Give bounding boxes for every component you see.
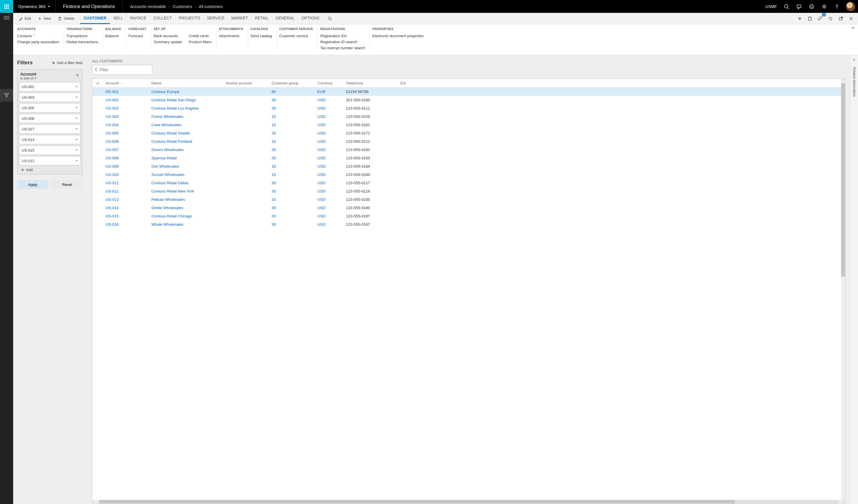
customer-account-link[interactable]: US-011	[106, 181, 119, 185]
customer-account-link[interactable]: US-003	[106, 114, 119, 119]
table-row[interactable]: US-014Grebe Wholesales30USD123-555-0180	[93, 204, 845, 212]
customer-name-link[interactable]: Contoso Retail San Diego	[152, 98, 196, 102]
customer-name-link[interactable]: Forest Wholesales	[152, 114, 184, 119]
customer-name-link[interactable]: Cave Wholesales	[152, 123, 181, 127]
ribbon-link[interactable]: Registration IDs	[320, 33, 365, 39]
customer-group-link[interactable]: 90	[272, 90, 276, 94]
delete-button[interactable]: Delete	[55, 15, 77, 22]
ribbon-link[interactable]: Tax exempt number search	[320, 45, 365, 51]
customer-name-link[interactable]: Pelican Wholesales	[152, 197, 185, 202]
filter-value-input[interactable]: US-027	[19, 125, 80, 134]
edit-button[interactable]: Edit	[16, 15, 34, 22]
ribbon-link[interactable]: Forecast	[128, 33, 143, 39]
table-row[interactable]: US-002Contoso Retail Los Angeles30USD123…	[93, 104, 845, 112]
quick-filter[interactable]	[92, 65, 152, 75]
customer-name-link[interactable]: Sunset Wholesales	[152, 173, 185, 177]
add-filter-value-button[interactable]: Add	[19, 165, 80, 173]
currency-link[interactable]: USD	[317, 98, 326, 102]
table-row[interactable]: US-015Contoso Retail Chicago30USD123-555…	[93, 212, 845, 220]
currency-link[interactable]: USD	[317, 181, 326, 185]
office-addin-button[interactable]	[805, 14, 815, 24]
app-name-dropdown[interactable]: Dynamics 365	[13, 0, 55, 13]
customer-group-link[interactable]: 10	[272, 114, 276, 119]
ribbon-link[interactable]: Send catalog	[250, 33, 272, 39]
vertical-scrollbar[interactable]: ˄	[841, 79, 845, 500]
global-search-button[interactable]	[780, 0, 793, 13]
customer-group-link[interactable]: 10	[272, 164, 276, 168]
action-tab-general[interactable]: GENERAL	[272, 13, 298, 24]
customer-name-link[interactable]: Sparrow Retail	[152, 156, 177, 160]
customer-account-link[interactable]: US-016	[106, 222, 119, 227]
ribbon-link[interactable]: Transactions	[66, 33, 98, 39]
filter-value-input[interactable]: US-013	[19, 135, 80, 144]
currency-link[interactable]: USD	[317, 156, 326, 160]
table-row[interactable]: DE-001Contoso Europe90EUR01234 56789	[93, 87, 845, 96]
customer-group-link[interactable]: 10	[272, 173, 276, 177]
filter-value-input[interactable]: US-003	[19, 93, 80, 102]
table-row[interactable]: US-007Desert Wholesales30USD123-555-0162	[93, 146, 845, 154]
customer-group-link[interactable]: 30	[272, 98, 276, 102]
column-header-telephone[interactable]: Telephone	[343, 81, 398, 85]
customer-name-link[interactable]: Contoso Retail Chicago	[152, 214, 192, 218]
ribbon-link[interactable]: Bank accounts	[154, 33, 182, 39]
table-row[interactable]: US-005Contoso Retail Seattle30USD123-555…	[93, 129, 845, 137]
column-header-currency[interactable]: Currency	[315, 81, 343, 85]
customer-account-link[interactable]: US-014	[106, 206, 119, 210]
customer-name-link[interactable]: Contoso Europe	[152, 90, 179, 94]
customer-group-link[interactable]: 30	[272, 156, 276, 160]
expand-related-info-button[interactable]	[853, 58, 856, 62]
table-row[interactable]: US-004Cave Wholesales10USD123-555-0161	[93, 121, 845, 129]
customer-name-link[interactable]: Grebe Wholesales	[152, 206, 183, 210]
customer-account-link[interactable]: US-006	[106, 139, 119, 144]
customer-name-link[interactable]: Contoso Retail Los Angeles	[152, 106, 199, 110]
table-row[interactable]: US-012Contoso Retail New York30USD123-55…	[93, 187, 845, 195]
customer-group-link[interactable]: 30	[272, 222, 276, 227]
popout-button[interactable]	[836, 14, 846, 24]
personalize-button[interactable]	[794, 14, 805, 24]
attachments-button[interactable]: 0	[815, 14, 825, 24]
customer-name-link[interactable]: Contoso Retail Portland	[152, 139, 192, 144]
currency-link[interactable]: USD	[317, 148, 326, 152]
ribbon-link[interactable]: Electronic document properties	[372, 33, 424, 39]
customer-account-link[interactable]: US-007	[106, 148, 119, 152]
table-row[interactable]: US-013Pelican Wholesales10USD123-555-016…	[93, 195, 845, 204]
filter-pane-toggle[interactable]	[0, 89, 13, 101]
currency-link[interactable]: USD	[317, 197, 326, 202]
action-tab-invoice[interactable]: INVOICE	[127, 13, 150, 24]
remove-filter-button[interactable]: ✕	[76, 72, 79, 78]
customer-group-link[interactable]: 30	[272, 206, 276, 210]
customer-group-link[interactable]: 10	[272, 139, 276, 144]
currency-link[interactable]: USD	[317, 214, 326, 218]
currency-link[interactable]: USD	[317, 123, 326, 127]
ribbon-collapse-button[interactable]	[851, 26, 855, 31]
quick-filter-input[interactable]	[100, 67, 150, 72]
grid-body[interactable]: DE-001Contoso Europe90EUR01234 56789US-0…	[93, 87, 845, 500]
scrollbar-thumb[interactable]	[841, 83, 845, 277]
table-row[interactable]: US-009Owl Wholesales10USD123-555-0164	[93, 162, 845, 170]
currency-link[interactable]: USD	[317, 114, 326, 119]
action-tab-sell[interactable]: SELL	[110, 13, 127, 24]
currency-link[interactable]: USD	[317, 222, 326, 227]
customer-account-link[interactable]: US-002	[106, 106, 119, 110]
customer-name-link[interactable]: Desert Wholesales	[152, 148, 184, 152]
table-row[interactable]: US-010Sunset Wholesales10USD123-555-0160	[93, 170, 845, 179]
ribbon-link[interactable]: Attachments	[219, 33, 239, 39]
table-row[interactable]: US-011Contoso Retail Dallas30USD123-555-…	[93, 179, 845, 187]
currency-link[interactable]: USD	[317, 131, 326, 135]
help-button[interactable]	[830, 0, 843, 13]
app-launcher-button[interactable]	[0, 0, 13, 13]
customer-account-link[interactable]: US-005	[106, 131, 119, 135]
add-filter-field-button[interactable]: Add a filter field	[52, 61, 82, 65]
breadcrumb-item[interactable]: Accounts receivable	[130, 4, 166, 9]
select-all-checkbox[interactable]	[93, 81, 103, 85]
reset-filters-button[interactable]: Reset	[51, 180, 82, 189]
legal-entity-selector[interactable]: USMF	[762, 4, 780, 9]
user-avatar[interactable]	[846, 2, 855, 11]
table-row[interactable]: US-006Contoso Retail Portland10USD123-55…	[93, 137, 845, 146]
filter-value-input[interactable]: US-012	[19, 156, 80, 165]
currency-link[interactable]: USD	[317, 139, 326, 144]
ribbon-link[interactable]: Change party association	[17, 39, 59, 45]
ribbon-link[interactable]: Customer service	[279, 33, 308, 39]
ribbon-link[interactable]: Registration ID search	[320, 39, 365, 45]
action-tab-collect[interactable]: COLLECT	[150, 13, 175, 24]
